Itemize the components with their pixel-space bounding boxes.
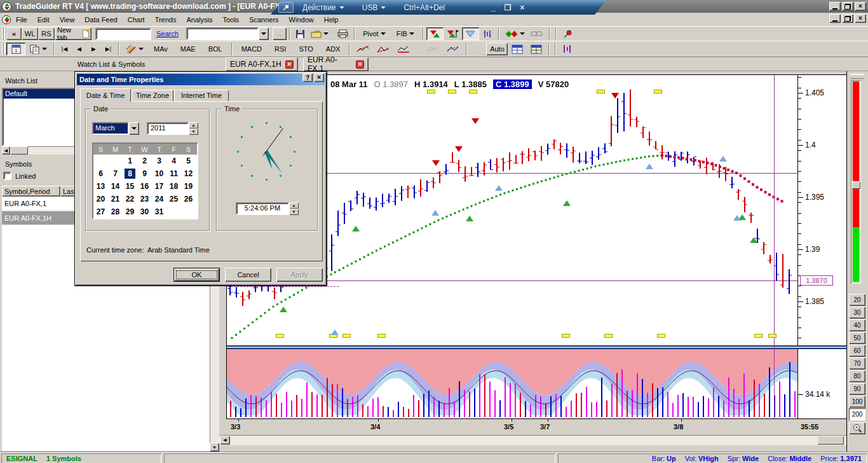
price-bars-button[interactable] (479, 27, 496, 40)
calendar-day-18[interactable]: 18 (166, 180, 181, 193)
tab-internet-time[interactable]: Internet Time (174, 90, 229, 101)
toolbar-grip[interactable] (2, 43, 4, 55)
magnify-button[interactable] (849, 422, 865, 434)
mdi-restore-button[interactable] (842, 14, 853, 23)
calendar-day-4[interactable]: 4 (166, 155, 181, 167)
toolbar-button-mav[interactable]: MAv (147, 43, 174, 55)
calendar-day-25[interactable]: 25 (166, 193, 181, 205)
menu-tools[interactable]: Tools (217, 14, 244, 25)
calendar-day-31[interactable]: 31 (152, 205, 166, 218)
copy-dropdown[interactable] (25, 43, 51, 55)
auto-scale-button[interactable]: Auto (486, 43, 508, 55)
zoom-button-70[interactable]: 70 (849, 357, 865, 370)
ok-button[interactable]: OK (173, 268, 220, 282)
mdi-minimize-button[interactable] (829, 14, 841, 23)
zoom-button-200[interactable]: 200 (849, 408, 865, 420)
calendar-day-24[interactable]: 24 (152, 193, 166, 205)
calendar-day-28[interactable]: 28 (108, 205, 123, 218)
calendar-day-10[interactable]: 10 (152, 167, 166, 180)
trend-tool-5-button[interactable] (443, 43, 463, 55)
calendar-day-20[interactable]: 20 (93, 193, 108, 205)
toolbar-grip[interactable] (2, 28, 4, 39)
zoom-button-50[interactable]: 50 (849, 332, 865, 344)
spin-up-icon[interactable]: ▲ (189, 122, 198, 128)
calendar-day-16[interactable]: 16 (137, 180, 152, 193)
zoom-button-80[interactable]: 80 (849, 370, 865, 382)
menu-data-feed[interactable]: Data Feed (79, 14, 122, 25)
calendar-day-29[interactable]: 29 (123, 205, 137, 218)
pivot-dropdown[interactable]: Pivot (358, 27, 391, 40)
menu-analysis[interactable]: Analysis (181, 14, 217, 25)
signals-red-green-button[interactable] (426, 27, 444, 40)
toolbar-button-macd[interactable]: MACD (235, 43, 268, 55)
calendar-day-23[interactable]: 23 (137, 193, 152, 205)
drawing-tools-dropdown[interactable] (122, 43, 147, 55)
spin-down-icon[interactable]: ▼ (189, 128, 198, 135)
year-spinner[interactable]: 2011 ▲▼ (147, 122, 198, 135)
new-tab-button[interactable]: New tab ✷ (55, 27, 92, 40)
trend-tool-1-button[interactable] (353, 43, 373, 55)
dialog-title-bar[interactable]: Date and Time Properties (77, 74, 325, 85)
scroll-thumb[interactable] (817, 436, 844, 445)
column-header-symbol-period[interactable]: Symbol,Period (2, 186, 60, 197)
pane-splitter[interactable] (227, 345, 847, 349)
remote-usb-menu[interactable]: USB (362, 3, 386, 12)
menu-help[interactable]: Help (319, 14, 344, 25)
diamonds-dropdown[interactable] (502, 27, 527, 40)
zoom-button-100[interactable]: 100 (849, 396, 865, 408)
remote-close-button[interactable]: × (520, 3, 525, 12)
menu-chart[interactable]: Chart (123, 14, 150, 25)
remote-restore-button[interactable]: ❐ (505, 3, 512, 12)
calendar-day-12[interactable]: 12 (181, 167, 196, 180)
window-minimize-button[interactable] (829, 2, 841, 11)
calendar-day-2[interactable]: 2 (137, 155, 152, 167)
price-axis[interactable]: 1.4051.41.3951.391.38534.14 k (798, 75, 846, 418)
zoom-button-30[interactable]: 30 (849, 307, 865, 319)
chart-hscrollbar[interactable]: ◀ ▶ (219, 435, 866, 445)
trend-tool-2-button[interactable] (373, 43, 393, 55)
calendar-day-13[interactable]: 13 (93, 180, 108, 193)
calendar-day-8[interactable]: 8 (125, 169, 135, 179)
go-previous-button[interactable]: ◀ (72, 43, 86, 55)
calendar-day-30[interactable]: 30 (137, 205, 152, 218)
calendar[interactable]: SMTWTFS 12345678910111213141516171819202… (92, 142, 198, 219)
spin-up-icon[interactable]: ▲ (289, 202, 299, 209)
go-first-button[interactable]: |◀ (57, 43, 72, 55)
watch-list-button[interactable]: WL (22, 27, 38, 40)
toolbar-button-sto[interactable]: STO (292, 43, 319, 55)
combo-dropdown-button[interactable] (129, 122, 139, 135)
scroll-left-icon[interactable]: ◀ (2, 146, 10, 155)
toolbar-button-mae[interactable]: MAE (174, 43, 202, 55)
cancel-button[interactable]: Cancel (225, 268, 271, 282)
gap-markers-button[interactable] (462, 27, 479, 40)
window-restore-button[interactable] (842, 2, 853, 11)
calendar-day-1[interactable]: 1 (123, 155, 137, 167)
pin-chart-button[interactable] (559, 27, 576, 40)
time-spinner[interactable]: 5:24:06 PM ▲▼ (236, 202, 299, 215)
calendar-day-19[interactable]: 19 (181, 180, 196, 193)
scroll-thumb[interactable] (10, 146, 28, 155)
calendar-day-15[interactable]: 15 (123, 180, 137, 193)
calendar-day-14[interactable]: 14 (108, 180, 123, 193)
spin-down-icon[interactable]: ▼ (289, 209, 299, 215)
calendar-day-26[interactable]: 26 (181, 193, 196, 205)
fib-dropdown[interactable]: FIB (391, 27, 420, 40)
dialog-help-button[interactable]: ? (302, 73, 313, 82)
menu-scanners[interactable]: Scanners (244, 14, 283, 25)
scroll-left-icon[interactable]: ◀ (220, 436, 230, 445)
zoom-button-40[interactable]: 40 (849, 319, 865, 331)
slider-thumb[interactable] (851, 181, 860, 189)
open-button[interactable] (308, 27, 331, 40)
dialog-close-button[interactable]: × (314, 73, 324, 82)
tab-chart-1m[interactable]: EUR A0-FX,1 ✕ (303, 57, 369, 71)
calendar-day-11[interactable]: 11 (166, 167, 181, 180)
menu-edit[interactable]: Edit (32, 14, 55, 25)
zoom-button-60[interactable]: 60 (849, 345, 865, 357)
search-link[interactable]: Search (156, 30, 179, 38)
calendar-day-21[interactable]: 21 (108, 193, 123, 205)
window-close-button[interactable]: × (855, 2, 866, 11)
calendar-day-7[interactable]: 7 (108, 167, 123, 180)
combo-dropdown-button[interactable] (259, 27, 269, 40)
zoom-button-20[interactable]: 20 (849, 294, 865, 306)
indicator-chart-canvas[interactable] (227, 349, 797, 418)
